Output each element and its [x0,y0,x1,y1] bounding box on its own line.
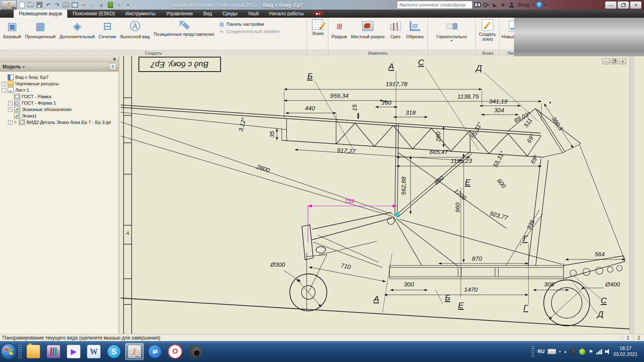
drawing-canvas[interactable]: — ✕ [119,56,630,334]
dim-text[interactable]: 440 [305,105,315,111]
expand-icon[interactable]: + [8,107,12,112]
media-button[interactable]: ▾ [313,11,324,16]
communication-icon[interactable] [491,2,498,8]
slice-button[interactable]: Срез [387,19,404,39]
dim-text[interactable]: 960 [454,202,461,213]
dim-text[interactable]: 1917,78 [386,80,408,87]
sketch-overlay-button[interactable]: Эскиз [310,19,325,36]
keyboard-icon[interactable] [547,349,556,354]
language-indicator[interactable]: RU [537,349,544,354]
expand-icon[interactable]: + [8,120,12,125]
dim-text[interactable]: 710 [340,262,351,271]
taskbar-browser-dark[interactable] [186,343,204,360]
expand-icon[interactable]: + [2,82,6,86]
tab-annotate-eskd[interactable]: Пояснение (ESKD) [67,10,120,18]
help-button[interactable]: ? [536,1,543,8]
taskbar-winrar[interactable] [45,343,62,360]
selection-dot[interactable] [396,213,399,217]
display-settings-button[interactable] [71,1,79,9]
section-label[interactable]: А [388,62,394,71]
projected-view-button[interactable]: ▦ Проекционный [23,19,57,39]
new-sheet-button[interactable]: Новый лист [500,19,527,39]
section-label[interactable]: С [418,58,424,67]
volume-icon[interactable] [605,349,611,354]
horizontal-button[interactable]: Горизонтально ▾ [435,19,469,43]
start-button[interactable] [1,343,17,360]
tab-placement-views[interactable]: Размещение видов [14,10,67,18]
tab-environments[interactable]: Среды [217,10,243,18]
save-button[interactable] [35,1,43,9]
restore-button[interactable] [617,1,629,9]
section-label[interactable]: Е [465,177,471,187]
dim-text[interactable]: 1138,75 [457,93,479,100]
key-icon[interactable] [483,2,489,8]
dim-text[interactable]: 1470 [464,286,478,293]
close-button[interactable]: ✕ [630,1,642,9]
dim-text[interactable]: 15 [351,104,358,111]
dim-text[interactable]: 1195,23 [450,157,472,164]
sign-in-button[interactable]: Вход [516,2,530,8]
section-label[interactable]: Д [597,309,604,319]
tray-app-dark-icon[interactable] [570,349,576,355]
dim-text[interactable]: 923,77 [489,210,509,221]
section-label[interactable]: Г [523,303,528,312]
dim-text[interactable]: 55,31° [492,150,506,169]
dim-text[interactable]: 55,31° [469,121,483,140]
section-label[interactable]: Б [307,71,313,80]
canvas-scrollbar[interactable] [630,56,635,334]
crop-button[interactable]: Обрезка [405,19,425,39]
taskbar-skype[interactable]: S [105,343,123,360]
dim-text[interactable]: 341,19 [489,98,508,105]
section-label[interactable]: Е [458,300,464,310]
browser-title[interactable]: Модель [2,64,21,70]
tree-item-sheet1[interactable]: - Лист:1 [2,87,117,93]
dim-text[interactable]: 308 [544,281,554,288]
tree-item-sketch1[interactable]: Эскиз1 [2,113,117,119]
taskbar-explorer[interactable] [25,343,42,360]
show-hidden-icons[interactable]: ▲ [564,350,567,354]
favorites-star-icon[interactable]: ★ [500,2,506,8]
dim-text[interactable]: 318 [405,109,416,116]
print-button[interactable] [62,1,70,9]
section-label[interactable]: С [601,296,607,305]
dim-text[interactable]: 300 [404,281,414,288]
dim-text[interactable]: 600 [496,177,508,189]
tree-item-drawing-resources[interactable]: + Чертежные ресурсы [2,80,117,87]
break-out-button[interactable]: Местный разрез [349,19,386,39]
tree-item-root[interactable]: Вид с боку. Ер7 [2,74,117,80]
dim-text[interactable]: 260 [435,132,442,142]
section-label[interactable]: Г [523,234,528,243]
application-menu-button[interactable]: I PRO [1,0,17,10]
open-button[interactable] [27,1,35,9]
dim-text[interactable]: 304 [494,107,504,113]
taskbar-kmplayer[interactable]: ▶ [65,343,83,360]
create-sketch-button[interactable]: Создать эскиз [475,19,500,42]
dim-text[interactable]: 665,47 [429,148,448,155]
dim-text[interactable]: Ø300 [270,261,285,268]
taskbar-inventor-active[interactable]: IPRO [125,343,144,360]
dim-text[interactable]: 564 [594,251,605,257]
taskbar-word[interactable]: W [85,343,103,360]
doc-minimize-button[interactable]: — [602,58,609,64]
dim-text[interactable]: 35 [268,131,275,138]
search-input[interactable] [397,1,473,9]
browser-help-button[interactable]: ? [109,63,116,70]
browser-close-icon[interactable]: ✕ [110,57,119,62]
break-button[interactable]: ≋ Разрыв [330,19,349,39]
search-icon[interactable] [474,2,481,8]
dim-text[interactable]: 959,34 [330,92,349,99]
tab-vault[interactable]: Vault [243,10,264,18]
dim-text[interactable]: 870 [472,255,482,262]
expand-icon[interactable]: + [8,101,12,105]
minimize-button[interactable]: — [605,1,617,9]
tab-manage[interactable]: Управление [161,10,198,18]
new-file-button[interactable] [18,1,26,9]
selected-dim-text[interactable]: 759 [344,197,355,204]
tree-item-gost-frame[interactable]: ГОСТ - Рамка [2,93,117,100]
browser-title-caret-icon[interactable]: ▾ [23,65,25,69]
section-label[interactable]: Б [445,293,450,302]
dim-text[interactable]: 1200 [453,187,468,201]
add-qat-button[interactable]: + [115,1,123,9]
dim-text[interactable]: 562,88 [400,176,407,195]
update-button[interactable] [106,1,114,9]
